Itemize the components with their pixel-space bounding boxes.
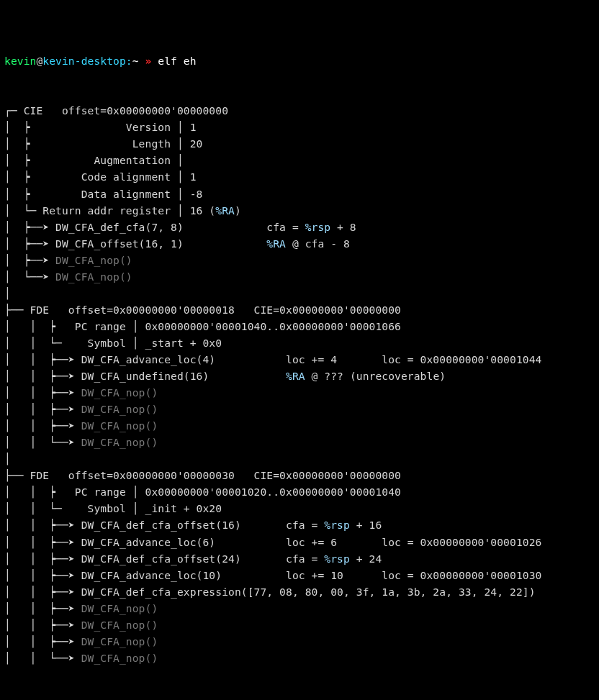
- fde-nop: │ │ ┝──➤ DW_CFA_nop(): [4, 419, 158, 432]
- fde-header: ├── FDE offset=0x00000000'00000030 CIE=0…: [4, 469, 401, 481]
- cie-version: │ ┝ Version │ 1: [4, 121, 197, 133]
- cie-nop: │ └──➤ DW_CFA_nop(): [4, 271, 132, 283]
- line: │: [4, 287, 11, 299]
- fde-nop: │ │ ┝──➤ DW_CFA_nop(): [4, 386, 158, 399]
- prompt-line: kevin@kevin-desktop:~ » elf eh: [4, 55, 197, 67]
- prompt-host: kevin-desktop: [42, 55, 126, 67]
- fde-pc-range: │ │ ┝ PC range │ 0x00000000'00001020..0x…: [4, 486, 401, 498]
- fde-nop: │ │ ┝──➤ DW_CFA_nop(): [4, 602, 158, 614]
- fde-nop: │ │ └──➤ DW_CFA_nop(): [4, 652, 158, 664]
- register-name: %rsp: [324, 553, 350, 565]
- fde-op: │ │ ┝──➤ DW_CFA_def_cfa_offset(16) cfa =…: [4, 519, 382, 531]
- register-name: %RA: [266, 237, 286, 250]
- fde-header: ├── FDE offset=0x00000000'00000018 CIE=0…: [4, 304, 401, 316]
- fde-op: │ │ ┝──➤ DW_CFA_advance_loc(6) loc += 6 …: [4, 536, 541, 548]
- prompt-at: @: [36, 55, 42, 67]
- fde-op: │ │ ┝──➤ DW_CFA_undefined(16) %RA @ ??? …: [4, 370, 446, 382]
- cie-return-addr: │ └─ Return addr register │ 16 (%RA): [4, 204, 241, 217]
- register-name: %rsp: [305, 221, 331, 233]
- cie-header: ┌─ CIE offset=0x00000000'00000000: [4, 104, 228, 117]
- terminal-output: kevin@kevin-desktop:~ » elf eh ┌─ CIE of…: [4, 53, 599, 666]
- fde-nop: │ │ ┝──➤ DW_CFA_nop(): [4, 635, 158, 647]
- prompt-user: kevin: [4, 55, 36, 67]
- fde-op: │ │ ┝──➤ DW_CFA_def_cfa_offset(24) cfa =…: [4, 553, 382, 565]
- cie-op: │ ┝──➤ DW_CFA_offset(16, 1) %RA @ cfa - …: [4, 237, 350, 250]
- register-name: %RA: [215, 204, 235, 217]
- prompt-path: ~: [132, 55, 139, 67]
- cie-length: │ ┝ Length │ 20: [4, 137, 202, 150]
- fde-pc-range: │ │ ┝ PC range │ 0x00000000'00001040..0x…: [4, 320, 401, 332]
- fde-op: │ │ ┝──➤ DW_CFA_def_cfa_expression([77, …: [4, 586, 536, 598]
- fde-symbol: │ │ └─ Symbol │ _start + 0x0: [4, 337, 222, 349]
- fde-nop: │ │ ┝──➤ DW_CFA_nop(): [4, 619, 158, 631]
- fde-nop: │ │ ┝──➤ DW_CFA_nop(): [4, 403, 158, 415]
- fde-op: │ │ ┝──➤ DW_CFA_advance_loc(10) loc += 1…: [4, 569, 541, 581]
- prompt-colon: :: [126, 55, 132, 67]
- cie-data-alignment: │ ┝ Data alignment │ -8: [4, 188, 202, 200]
- register-name: %RA: [286, 370, 305, 382]
- fde-op: │ │ ┝──➤ DW_CFA_advance_loc(4) loc += 4 …: [4, 353, 541, 365]
- register-name: %rsp: [324, 519, 350, 531]
- cie-nop: │ ┝──➤ DW_CFA_nop(): [4, 254, 132, 266]
- fde-symbol: │ │ └─ Symbol │ _init + 0x20: [4, 502, 222, 514]
- prompt-command: elf eh: [158, 55, 196, 67]
- line: │: [4, 453, 11, 465]
- fde-nop: │ │ └──➤ DW_CFA_nop(): [4, 436, 158, 448]
- prompt-arrows: »: [145, 55, 152, 67]
- cie-op: │ ┝──➤ DW_CFA_def_cfa(7, 8) cfa = %rsp +…: [4, 221, 356, 233]
- cie-code-alignment: │ ┝ Code alignment │ 1: [4, 171, 197, 183]
- cie-augmentation: │ ┝ Augmentation │: [4, 154, 184, 166]
